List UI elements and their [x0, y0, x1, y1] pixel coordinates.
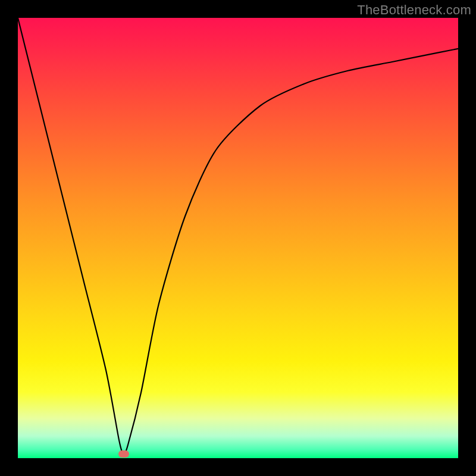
- chart-frame: TheBottleneck.com: [0, 0, 476, 476]
- minimum-marker: [118, 450, 129, 458]
- watermark-text: TheBottleneck.com: [357, 2, 471, 18]
- gradient-plot-area: [18, 18, 458, 458]
- bottleneck-curve: [18, 18, 458, 458]
